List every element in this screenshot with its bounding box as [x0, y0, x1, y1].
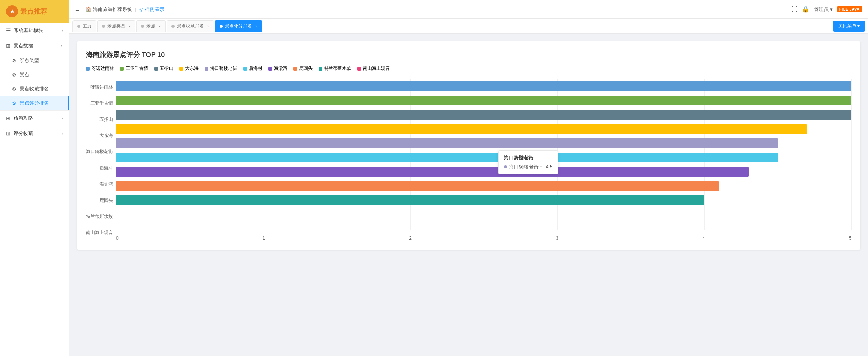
- x-axis: 012345: [116, 233, 851, 241]
- sidebar-item-rating-rank[interactable]: ⚙ 景点评分排名: [0, 96, 69, 110]
- sidebar-type-label: 景点类型: [20, 57, 39, 64]
- sidebar-reviews-label: 评分收藏: [14, 130, 33, 137]
- bar-fill: [116, 110, 851, 120]
- sidebar-item-collect-rank[interactable]: ⚙ 景点收藏排名: [0, 82, 69, 96]
- sidebar-section-travel: ⊞ 旅游攻略 ›: [0, 111, 69, 126]
- tab-type-label: 景点类型: [107, 23, 125, 29]
- tab-close-spot[interactable]: ×: [158, 24, 161, 29]
- y-label: 特兰蒂斯水族: [86, 209, 116, 225]
- sidebar-item-spot[interactable]: ⚙ 景点: [0, 68, 69, 82]
- sidebar-item-reviews[interactable]: ⊞ 评分收藏 ›: [0, 126, 69, 141]
- legend-dot: [154, 67, 158, 71]
- breadcrumb: 🏠 海南旅游推荐系统 | ◎ 样例演示: [86, 6, 164, 13]
- legend-label: 鹿回头: [299, 65, 313, 72]
- sidebar-collect-label: 景点收藏排名: [20, 86, 49, 92]
- sidebar-travel-label: 旅游攻略: [14, 115, 33, 122]
- sidebar-item-travel[interactable]: ⊞ 旅游攻略 ›: [0, 111, 69, 126]
- legend-label: 海棠湾: [274, 65, 287, 72]
- user-dropdown-icon: ▾: [830, 6, 833, 12]
- grid-icon-4: ⊞: [6, 131, 11, 137]
- x-axis-label: 5: [849, 236, 851, 241]
- nav-home-label: 海南旅游推荐系统: [93, 6, 132, 13]
- tab-close-type[interactable]: ×: [128, 24, 131, 29]
- tab-dot-rating: [220, 25, 223, 28]
- tab-home[interactable]: 主页: [72, 20, 96, 32]
- nav-home[interactable]: 🏠 海南旅游推荐系统: [86, 6, 132, 13]
- sidebar-rating-label: 景点评分排名: [20, 100, 49, 107]
- chevron-right-icon-2: ›: [62, 116, 63, 120]
- bar-row[interactable]: [116, 136, 851, 150]
- main-area: ≡ 🏠 海南旅游推荐系统 | ◎ 样例演示 ⛶ 🔒 管理员 ▾ FILE JAV…: [69, 0, 868, 356]
- tab-spot[interactable]: 景点 ×: [136, 20, 165, 32]
- sidebar-item-scenic[interactable]: ⊞ 景点数据 ∧: [0, 38, 69, 53]
- tab-spot-label: 景点: [146, 23, 155, 29]
- bar-fill: [116, 181, 719, 191]
- bar-row[interactable]: [116, 93, 851, 108]
- legend-item-luhuitou: 鹿回头: [293, 65, 313, 72]
- legend-item-haidiwan: 海棠湾: [268, 65, 287, 72]
- user-label: 管理员: [814, 6, 829, 13]
- gear-icon-4: ⚙: [12, 101, 17, 106]
- sidebar-section-scenic: ⊞ 景点数据 ∧ ⚙ 景点类型 ⚙ 景点 ⚙ 景点收藏排名 ⚙ 景点评分排名: [0, 38, 69, 111]
- legend-item-wuzhishan: 五指山: [154, 65, 173, 72]
- legend-label: 三亚千古情: [126, 65, 148, 72]
- nav-demo[interactable]: ◎ 样例演示: [139, 6, 164, 13]
- expand-icon[interactable]: ⛶: [791, 6, 797, 13]
- tab-home-label: 主页: [83, 23, 92, 29]
- y-label: 五指山: [86, 111, 116, 128]
- lock-icon[interactable]: 🔒: [802, 6, 809, 13]
- bar-row[interactable]: [116, 207, 851, 222]
- legend-dot: [179, 67, 183, 71]
- tab-rating-rank[interactable]: 景点评分排名 ×: [215, 20, 262, 32]
- y-label: 呀诺达雨林: [86, 79, 116, 95]
- bar-fill: [116, 167, 749, 177]
- y-label: 南山海上观音: [86, 225, 116, 241]
- app-logo: ★ 景点推荐: [0, 0, 69, 23]
- tabs-bar: 主页 景点类型 × 景点 × 景点收藏排名 × 景点评分排名 × 关闭菜单 ▾: [69, 19, 868, 34]
- tab-collect-rank[interactable]: 景点收藏排名 ×: [167, 20, 214, 32]
- tab-close-rating[interactable]: ×: [255, 24, 257, 29]
- bar-row[interactable]: [116, 108, 851, 122]
- legend-dot: [357, 67, 361, 71]
- bar-fill: [116, 138, 778, 148]
- sidebar-section-basic: ☰ 系统基础模块 ›: [0, 23, 69, 38]
- chevron-down-icon: ∧: [60, 44, 63, 48]
- bar-row[interactable]: [116, 79, 851, 93]
- gear-icon-2: ⚙: [12, 72, 17, 78]
- legend-dot: [268, 67, 272, 71]
- topbar-right: ⛶ 🔒 管理员 ▾ FILE JAVA: [791, 6, 862, 13]
- grid-icon: ☰: [6, 27, 11, 33]
- legend-label: 大东海: [185, 65, 199, 72]
- sidebar-spot-label: 景点: [20, 71, 29, 78]
- legend-label: 特兰蒂斯水族: [324, 65, 351, 72]
- y-label: 鹿回头: [86, 192, 116, 209]
- bar-row[interactable]: [116, 193, 851, 207]
- logo-icon: ★: [6, 5, 18, 17]
- demo-icon: ◎: [139, 6, 143, 12]
- y-label: 大东海: [86, 128, 116, 144]
- tab-dot-type: [102, 25, 105, 28]
- legend-label: 海口骑楼老街: [210, 65, 237, 72]
- tab-close-collect[interactable]: ×: [207, 24, 209, 29]
- legend-label: 呀诺达雨林: [92, 65, 114, 72]
- topbar: ≡ 🏠 海南旅游推荐系统 | ◎ 样例演示 ⛶ 🔒 管理员 ▾ FILE JAV…: [69, 0, 868, 19]
- grid-line: [851, 79, 852, 230]
- bar-row[interactable]: [116, 122, 851, 136]
- hamburger-icon[interactable]: ≡: [75, 5, 80, 13]
- bar-row[interactable]: [116, 150, 851, 165]
- sidebar: ★ 景点推荐 ☰ 系统基础模块 › ⊞ 景点数据 ∧ ⚙ 景点类型 ⚙ 景点 ⚙…: [0, 0, 69, 356]
- bar-row[interactable]: [116, 179, 851, 193]
- grid-icon-2: ⊞: [6, 43, 11, 49]
- user-menu[interactable]: 管理员 ▾: [814, 6, 833, 13]
- chevron-right-icon-3: ›: [62, 131, 63, 136]
- bars-container: [116, 79, 851, 233]
- nav-demo-label: 样例演示: [145, 6, 164, 13]
- sidebar-item-basic[interactable]: ☰ 系统基础模块 ›: [0, 23, 69, 38]
- legend-label: 后海村: [249, 65, 262, 72]
- bar-row[interactable]: [116, 165, 851, 179]
- close-menu-button[interactable]: 关闭菜单 ▾: [833, 21, 865, 32]
- y-axis: 呀诺达雨林三亚千古情五指山大东海海口骑楼老街后海村海棠湾鹿回头特兰蒂斯水族南山海…: [86, 79, 116, 241]
- tab-type[interactable]: 景点类型 ×: [97, 20, 135, 32]
- bar-chart-inner: 呀诺达雨林三亚千古情五指山大东海海口骑楼老街后海村海棠湾鹿回头特兰蒂斯水族南山海…: [86, 79, 851, 241]
- sidebar-item-type[interactable]: ⚙ 景点类型: [0, 53, 69, 68]
